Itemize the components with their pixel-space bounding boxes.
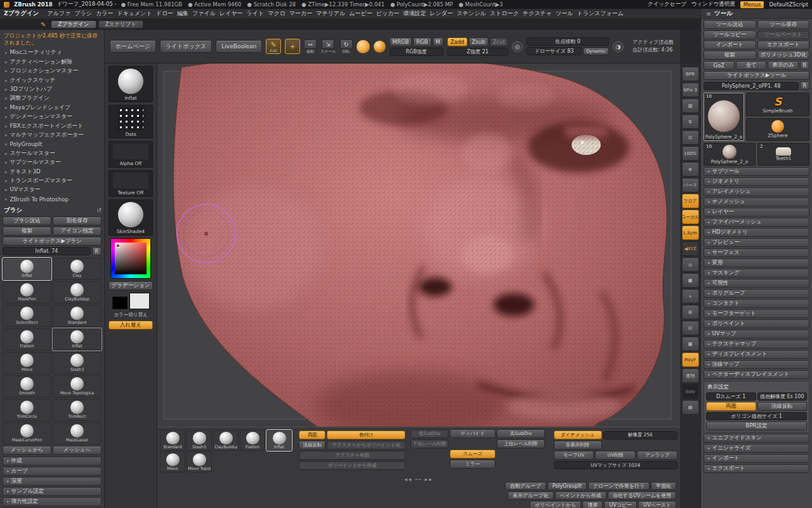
shelf-icon-button[interactable]: Solo — [682, 384, 699, 399]
tool-section[interactable]: ▸ナノメッシュ — [704, 197, 809, 206]
tool-section[interactable]: ▸マスキング — [704, 269, 809, 277]
shelf-icon-button[interactable]: パース — [682, 178, 699, 192]
plugin-section[interactable]: ▸UVマスター — [3, 185, 102, 194]
tool-export-button[interactable]: エクスポート — [757, 41, 810, 50]
sculpt-canvas[interactable] — [157, 64, 680, 427]
brush-thumbnail[interactable]: Move — [3, 352, 51, 374]
menu-item[interactable]: 編集 — [175, 9, 190, 18]
panel-section[interactable]: ▸弾力性設定 — [3, 497, 102, 506]
menu-item[interactable]: ストローク — [488, 9, 521, 18]
brush-thumbnail[interactable]: Flatten — [3, 328, 51, 351]
brush-thumbnail[interactable]: MaskLasso — [53, 422, 102, 444]
panel-section[interactable]: ▸サンプル設定 — [3, 487, 102, 496]
menu-item[interactable]: マテリアル — [314, 9, 347, 18]
double-sided-button[interactable]: 両面 — [706, 402, 756, 411]
tool-paste-button[interactable]: ツールペースト — [757, 30, 810, 39]
tool-thumb-zsphere[interactable]: ZSphere — [746, 118, 809, 142]
main-color-swatch[interactable] — [112, 297, 128, 309]
plugin-section[interactable]: ▸デシメーションマスター — [3, 112, 102, 121]
plugin-section[interactable]: ▸マルチマップエクスポーター — [3, 131, 102, 140]
tool-copy-button[interactable]: ツールコピー — [704, 30, 756, 39]
menu-item[interactable]: ブラシ — [72, 9, 94, 18]
plugin-section[interactable]: ▸Mayaブレンドシェイプ — [3, 104, 102, 112]
tool-section[interactable]: ▸ファイバーメッシュ — [704, 218, 809, 227]
current-brush-thumb[interactable]: Inflat — [108, 66, 153, 102]
bottom-action-button[interactable]: UVコピー — [604, 501, 637, 508]
rgb-button[interactable]: RGB — [413, 37, 431, 46]
tool-section[interactable]: ▸プレビュー — [704, 238, 809, 247]
plugin-section[interactable]: ▸PolyGroupIt — [3, 140, 102, 149]
smooth-button[interactable]: スムーズ — [450, 450, 495, 458]
flip-normals-button[interactable]: 法線反転 — [757, 402, 808, 411]
tool-name-slider[interactable]: PolySphere_2_oPP1. 48 — [704, 82, 799, 90]
current-alpha-thumb[interactable]: Alpha Off — [108, 141, 153, 168]
plugin-section[interactable]: ▸クイックスケッチ — [3, 76, 102, 84]
mesh-to-button[interactable]: メッシュへ — [53, 446, 102, 455]
double-sided-button[interactable]: 両面 — [299, 431, 325, 439]
swap-color-button[interactable]: 入れ替え — [108, 321, 153, 330]
brush-thumbnail[interactable]: Slash3 — [53, 352, 102, 374]
menu-item[interactable]: ライト — [245, 9, 266, 18]
plugin-section[interactable]: ▸アクティベーション解除 — [3, 58, 102, 67]
brush-thumbnail[interactable]: MaskPen — [3, 281, 51, 304]
dynamesh-button[interactable]: ダイナメッシュ — [554, 431, 602, 439]
shelf-icon-button[interactable]: L.Sym — [682, 225, 699, 240]
shelf-icon-button[interactable]: BPR — [682, 67, 699, 81]
mesh-from-button[interactable]: メッシュから — [3, 446, 51, 455]
tool-section[interactable]: ▸ポリペイント — [704, 319, 809, 328]
recent-brush-thumb[interactable]: Slash3 — [187, 430, 212, 451]
lightbox-brush-button[interactable]: ライトボックス▶ブラシ — [3, 237, 102, 246]
bottom-action-button[interactable]: クローンで作業を行う — [588, 482, 650, 490]
tool-section[interactable]: ▸サーフェス — [704, 248, 809, 257]
tool-save-button[interactable]: ツール保存 — [757, 20, 810, 29]
lightbox-tool-button[interactable]: ライトボックス▶ツール — [704, 71, 809, 80]
brush-thumbnail[interactable]: Move Topologica — [53, 375, 102, 398]
current-material-thumb[interactable]: SkinShade4 — [108, 199, 153, 236]
panel-section[interactable]: ▸カーブ — [3, 467, 102, 476]
shelf-icon-button[interactable]: ⊕ — [682, 162, 699, 177]
menu-item[interactable]: カラー — [94, 9, 115, 18]
scale-button[interactable]: ⇲ スケール — [320, 39, 336, 53]
menu-item[interactable]: レンダー — [428, 9, 455, 18]
bottom-action-button[interactable]: 自動グループ — [505, 482, 546, 490]
delete-higher-button[interactable]: 上位レベル削除 — [497, 439, 545, 448]
shelf-icon-button[interactable]: 100% — [682, 146, 699, 161]
shelf-icon-button[interactable]: ⇅ — [682, 114, 699, 129]
uv-map-size-slider[interactable]: UVマップサイズ 1024 — [554, 461, 678, 469]
color-picker[interactable] — [110, 238, 151, 279]
tool-section[interactable]: ▸ディスプレイスメント — [704, 350, 809, 359]
tool-section[interactable]: ▸ベクターディスプレイスメント — [704, 370, 809, 379]
sculpt-model[interactable] — [173, 64, 667, 427]
menu-item[interactable]: マーカー — [287, 9, 314, 18]
brush-thumbnail[interactable]: Standard — [53, 305, 102, 327]
brush-load-button[interactable]: ブラシ読込 — [3, 217, 51, 225]
create-from-polypaint-button[interactable]: ポリペイントから作成 — [299, 461, 405, 470]
shelf-icon-button[interactable]: ◎ — [682, 257, 699, 272]
higher-subdiv-button[interactable]: 高SubDiv — [497, 429, 545, 438]
shelf-icon-button[interactable]: ⊡ — [682, 130, 699, 145]
plugin-section[interactable]: ▸テキスト3D — [3, 167, 102, 176]
focal-shift-slider[interactable]: 焦点移動 0 — [527, 37, 609, 46]
tool-thumb-polysphere2[interactable]: 10 PolySphere_2_o — [704, 143, 756, 166]
shelf-icon-button[interactable]: ▨ — [682, 98, 699, 113]
plugin-section[interactable]: ▸トランスポーズマスター — [3, 177, 102, 185]
plugin-section[interactable]: ▸Miscユーティリティ — [3, 48, 102, 57]
brush-thumbnail[interactable]: TrimCircle — [3, 399, 51, 421]
tool-section[interactable]: ▸法線マップ — [704, 360, 809, 369]
lightbox-button[interactable]: ライトボックス — [160, 40, 212, 53]
edit-mode-button[interactable]: ✎ Edit — [266, 39, 281, 54]
plugin-section[interactable]: ▸調整プラグイン — [3, 94, 102, 103]
tool-thumb-simplebrush[interactable]: S SimpleBrush — [746, 93, 809, 116]
tool-section[interactable]: ▸サブツール — [704, 167, 809, 176]
panel-tab[interactable]: Zスクリプト — [98, 20, 143, 29]
active-tool-thumb[interactable]: 10 PolySphere_2_o — [704, 93, 744, 141]
m-button[interactable]: M — [433, 37, 443, 46]
shelf-icon-button[interactable]: SPix 3 — [682, 83, 699, 97]
rgb-intensity-slider[interactable]: RGB強度 — [390, 48, 443, 56]
polygon-draw-size-slider[interactable]: ポリゴン描画サイズ 1 — [706, 412, 807, 420]
goz-button[interactable]: GoZ — [704, 61, 735, 70]
tool-section[interactable]: ▸ポリグループ — [704, 289, 809, 298]
recent-brush-thumb[interactable]: Move Topologica — [187, 451, 212, 472]
zadd-button[interactable]: Zadd — [447, 37, 468, 46]
brush-thumbnail[interactable]: ClayBuildup — [53, 281, 102, 304]
